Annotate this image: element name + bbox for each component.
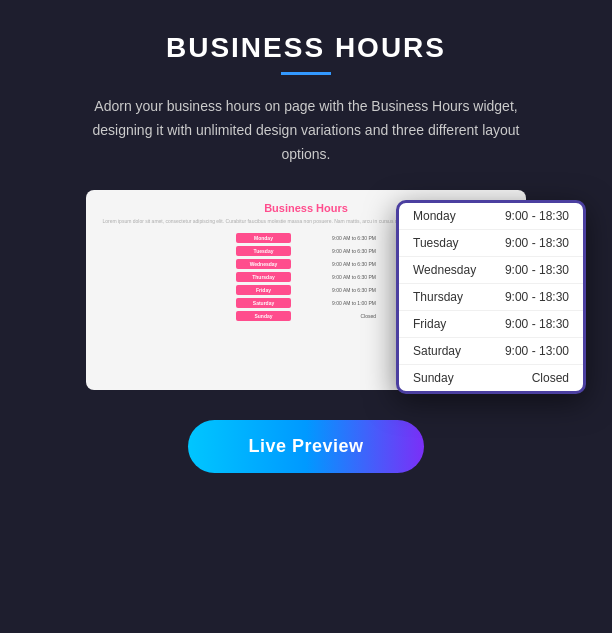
hours-widget-time: 9:00 - 18:30 (505, 317, 569, 331)
page-title: BUSINESS HOURS (166, 32, 446, 64)
page-description: Adorn your business hours on page with t… (76, 95, 536, 166)
hours-widget-row: Saturday9:00 - 13:00 (399, 338, 583, 365)
bg-hours-row: Friday9:00 AM to 6:30 PM (236, 285, 376, 295)
hours-widget-row: Tuesday9:00 - 18:30 (399, 230, 583, 257)
hours-widget-time: 9:00 - 18:30 (505, 290, 569, 304)
bg-hours-row: Wednesday9:00 AM to 6:30 PM (236, 259, 376, 269)
bg-time-text: 9:00 AM to 6:30 PM (332, 235, 376, 241)
hours-widget-day: Tuesday (413, 236, 459, 250)
hours-widget-time: 9:00 - 18:30 (505, 263, 569, 277)
hours-widget-day: Sunday (413, 371, 454, 385)
hours-widget: Monday9:00 - 18:30Tuesday9:00 - 18:30Wed… (396, 200, 586, 394)
hours-widget-time: 9:00 - 13:00 (505, 344, 569, 358)
bg-day-badge: Wednesday (236, 259, 291, 269)
bg-time-text: 9:00 AM to 6:30 PM (332, 287, 376, 293)
bg-time-text: 9:00 AM to 6:30 PM (332, 261, 376, 267)
bg-time-text: 9:00 AM to 1:00 PM (332, 300, 376, 306)
hours-widget-row: Thursday9:00 - 18:30 (399, 284, 583, 311)
bg-day-badge: Friday (236, 285, 291, 295)
hours-widget-time: 9:00 - 18:30 (505, 236, 569, 250)
bg-day-badge: Saturday (236, 298, 291, 308)
title-underline (281, 72, 331, 75)
bg-day-badge: Sunday (236, 311, 291, 321)
bg-time-text: 9:00 AM to 6:30 PM (332, 274, 376, 280)
hours-widget-day: Thursday (413, 290, 463, 304)
hours-widget-row: Wednesday9:00 - 18:30 (399, 257, 583, 284)
hours-widget-time: 9:00 - 18:30 (505, 209, 569, 223)
bg-hours-row: Saturday9:00 AM to 1:00 PM (236, 298, 376, 308)
hours-widget-row: Monday9:00 - 18:30 (399, 203, 583, 230)
hours-widget-row: Friday9:00 - 18:30 (399, 311, 583, 338)
hours-widget-row: SundayClosed (399, 365, 583, 391)
bg-hours-row: Tuesday9:00 AM to 6:30 PM (236, 246, 376, 256)
bg-day-badge: Thursday (236, 272, 291, 282)
hours-widget-day: Friday (413, 317, 446, 331)
live-preview-button[interactable]: Live Preview (188, 420, 423, 473)
hours-widget-time: Closed (532, 371, 569, 385)
hours-widget-day: Monday (413, 209, 456, 223)
bg-hours-row: SundayClosed (236, 311, 376, 321)
bg-hours-row: Monday9:00 AM to 6:30 PM (236, 233, 376, 243)
bg-time-text: 9:00 AM to 6:30 PM (332, 248, 376, 254)
hours-widget-day: Wednesday (413, 263, 476, 277)
bg-hours-row: Thursday9:00 AM to 6:30 PM (236, 272, 376, 282)
bg-day-badge: Tuesday (236, 246, 291, 256)
bg-day-badge: Monday (236, 233, 291, 243)
bg-time-text: Closed (360, 313, 376, 319)
preview-container: Business Hours Lorem ipsum dolor sit ame… (26, 190, 586, 390)
bg-hours-table: Monday9:00 AM to 6:30 PMTuesday9:00 AM t… (236, 233, 376, 321)
hours-widget-day: Saturday (413, 344, 461, 358)
